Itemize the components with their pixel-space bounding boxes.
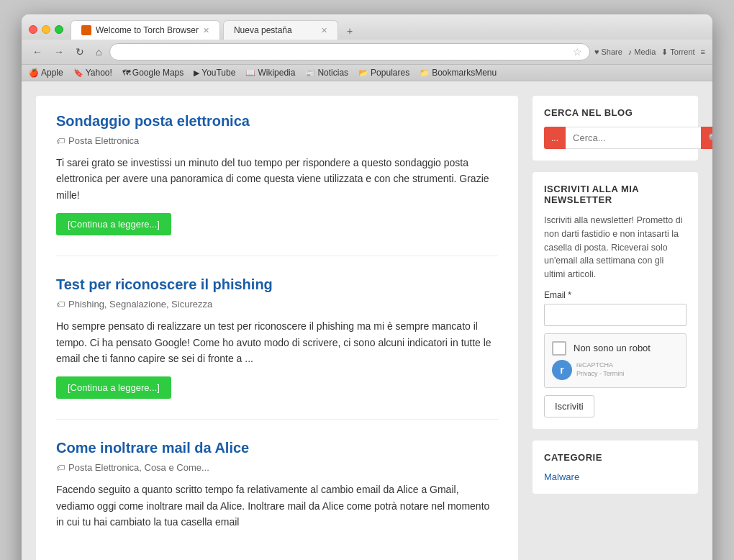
article-2-read-more[interactable]: [Continua a leggere...] <box>56 376 171 399</box>
apple-icon: 🍎 <box>29 68 39 78</box>
nav-actions: ♥ Share ♪ Media ⬇ Torrent ≡ <box>594 48 705 57</box>
article-1-excerpt: Ti sarei grato se investissi un minuto d… <box>56 155 498 203</box>
article-1: Sondaggio posta elettronica 🏷 Posta Elet… <box>56 113 498 256</box>
new-tab-button[interactable]: + <box>341 22 358 40</box>
newsletter-description: Iscriviti alla newsletter! Prometto di n… <box>544 214 687 281</box>
newsletter-widget-title: ISCRIVITI ALLA MIA NEWSLETTER <box>544 184 687 205</box>
category-link-malware[interactable]: Malware <box>544 471 687 482</box>
main-column: Sondaggio posta elettronica 🏷 Posta Elet… <box>36 96 518 560</box>
torrent-button[interactable]: ⬇ Torrent <box>661 48 694 57</box>
torrent-icon: ⬇ <box>661 48 668 57</box>
sidebar: CERCA NEL BLOG ... 🔍 ISCRIVITI ALLA MIA … <box>533 96 698 560</box>
article-3-tags: 🏷 Posta Elettronica, Cosa e Come... <box>56 462 498 473</box>
bookmark-wikipedia[interactable]: 📖 Wikipedia <box>245 68 295 78</box>
page-content: Sondaggio posta elettronica 🏷 Posta Elet… <box>22 81 712 560</box>
wikipedia-icon: 📖 <box>245 68 255 78</box>
article-2-title[interactable]: Test per riconoscere il phishing <box>56 276 498 293</box>
menu-button[interactable]: ≡ <box>701 48 705 56</box>
browser-window: Welcome to Torch Browser ✕ Nueva pestaña… <box>22 14 712 560</box>
youtube-icon: ▶ <box>194 68 199 78</box>
article-2-excerpt: Ho sempre pensato di realizzare un test … <box>56 318 498 366</box>
tab-favicon <box>81 25 91 35</box>
article-1-title[interactable]: Sondaggio posta elettronica <box>56 113 498 130</box>
recaptcha-footer: r reCAPTCHA Privacy - Termini <box>552 360 679 380</box>
bookmark-populares[interactable]: 📂 Populares <box>358 68 409 78</box>
article-2: Test per riconoscere il phishing 🏷 Phish… <box>56 276 498 420</box>
title-bar: Welcome to Torch Browser ✕ Nueva pestaña… <box>22 14 712 40</box>
newsletter-widget: ISCRIVITI ALLA MIA NEWSLETTER Iscriviti … <box>533 172 698 429</box>
share-icon: ♥ <box>594 48 599 56</box>
url-input[interactable] <box>117 47 570 57</box>
recaptcha-box: Non sono un robot r reCAPTCHA Privacy - … <box>544 333 687 388</box>
tag-icon: 🏷 <box>56 136 65 146</box>
forward-button[interactable]: → <box>50 45 68 59</box>
categories-widget: CATEGORIE Malware <box>533 441 698 494</box>
recaptcha-row: Non sono un robot <box>552 341 679 356</box>
bookmark-apple[interactable]: 🍎 Apple <box>29 68 63 78</box>
article-3-excerpt: Facendo seguito a quanto scritto tempo f… <box>56 482 498 530</box>
search-go-button[interactable]: 🔍 <box>701 127 712 149</box>
categories-widget-title: CATEGORIE <box>544 452 687 463</box>
populares-icon: 📂 <box>358 68 368 78</box>
bookmark-yahoo[interactable]: 🔖 Yahoo! <box>73 68 112 78</box>
article-1-tags: 🏷 Posta Elettronica <box>56 135 498 146</box>
url-bar[interactable]: ☆ <box>109 43 590 60</box>
tab-new-page[interactable]: Nueva pestaña ✕ <box>223 20 338 40</box>
bookmark-google-maps[interactable]: 🗺 Google Maps <box>122 68 184 78</box>
close-window-button[interactable] <box>29 25 37 34</box>
tab-label: Nueva pestaña <box>234 25 292 35</box>
tab-close-icon[interactable]: ✕ <box>203 26 209 35</box>
email-label: Email * <box>544 290 687 300</box>
noticias-icon: 📰 <box>305 68 315 78</box>
menu-icon: ≡ <box>701 48 705 56</box>
tab-label: Welcome to Torch Browser <box>96 25 199 35</box>
search-input[interactable] <box>566 127 701 149</box>
search-dots-button[interactable]: ... <box>544 127 566 149</box>
bookmark-menu[interactable]: 📁 BookmarksMenu <box>420 68 497 78</box>
bookmarks-bar: 🍎 Apple 🔖 Yahoo! 🗺 Google Maps ▶ YouTube… <box>22 65 712 81</box>
tab-close-icon[interactable]: ✕ <box>321 26 327 35</box>
media-icon: ♪ <box>628 48 633 56</box>
maximize-window-button[interactable] <box>55 25 63 34</box>
back-button[interactable]: ← <box>29 45 46 59</box>
share-button[interactable]: ♥ Share <box>594 48 622 56</box>
search-widget-title: CERCA NEL BLOG <box>544 107 687 118</box>
maps-icon: 🗺 <box>122 68 130 77</box>
window-controls <box>29 25 63 40</box>
nav-bar: ← → ↻ ⌂ ☆ ♥ Share ♪ Media ⬇ Torrent ≡ <box>22 40 712 65</box>
tab-welcome[interactable]: Welcome to Torch Browser ✕ <box>71 20 220 40</box>
home-button[interactable]: ⌂ <box>92 45 105 59</box>
article-1-read-more[interactable]: [Continua a leggere...] <box>56 213 171 235</box>
article-3-title[interactable]: Come inoltrare mail da Alice <box>56 440 498 456</box>
tag-icon: 🏷 <box>56 299 65 310</box>
recaptcha-label: Non sono un robot <box>574 343 651 353</box>
iscriviti-button[interactable]: Iscriviti <box>544 395 594 417</box>
bookmark-noticias[interactable]: 📰 Noticias <box>305 68 348 78</box>
minimize-window-button[interactable] <box>42 25 50 34</box>
search-widget: CERCA NEL BLOG ... 🔍 <box>533 96 698 161</box>
bookmark-youtube[interactable]: ▶ YouTube <box>194 68 235 78</box>
recaptcha-text: reCAPTCHA Privacy - Termini <box>576 361 624 378</box>
recaptcha-logo: r <box>552 360 572 380</box>
media-button[interactable]: ♪ Media <box>628 48 656 56</box>
yahoo-icon: 🔖 <box>73 68 83 78</box>
email-input[interactable] <box>544 304 687 326</box>
tag-icon: 🏷 <box>56 463 65 473</box>
bookmarksmenu-icon: 📁 <box>420 68 430 78</box>
article-3: Come inoltrare mail da Alice 🏷 Posta Ele… <box>56 440 498 560</box>
refresh-button[interactable]: ↻ <box>72 45 88 59</box>
recaptcha-checkbox[interactable] <box>552 341 566 356</box>
article-2-tags: 🏷 Phishing, Segnalazione, Sicurezza <box>56 299 498 310</box>
search-row: ... 🔍 <box>544 127 687 149</box>
bookmark-icon[interactable]: ☆ <box>573 46 582 58</box>
